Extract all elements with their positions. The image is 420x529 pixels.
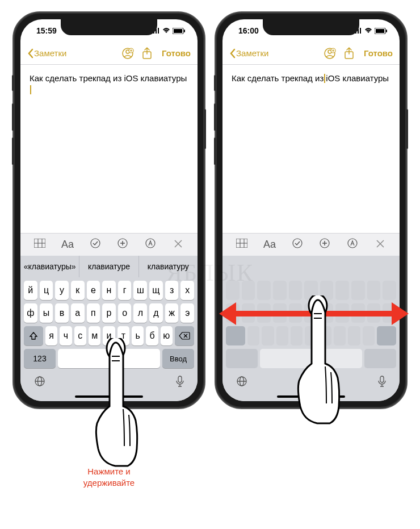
key-у[interactable]: у: [55, 281, 69, 300]
key-в[interactable]: в: [55, 303, 69, 323]
done-button[interactable]: Готово: [364, 48, 393, 58]
backspace-key-blank[interactable]: [377, 326, 396, 345]
checklist-icon[interactable]: [289, 238, 305, 251]
note-content[interactable]: Как сделать трекпад из iOS клавиатуры: [20, 65, 198, 233]
blank-key[interactable]: [320, 281, 334, 300]
enter-key[interactable]: Ввод: [162, 349, 194, 368]
blank-key[interactable]: [335, 281, 349, 300]
key-я[interactable]: я: [45, 326, 57, 345]
key-ы[interactable]: ы: [40, 303, 53, 323]
blank-key[interactable]: [291, 326, 303, 345]
blank-key[interactable]: [262, 326, 274, 345]
volume-up[interactable]: [12, 103, 14, 131]
add-icon[interactable]: [317, 238, 333, 251]
share-button[interactable]: [341, 45, 357, 61]
back-button[interactable]: Заметки: [27, 48, 66, 59]
enter-key-blank[interactable]: [364, 349, 396, 368]
note-content[interactable]: Как сделать трекпад изiOS клавиатуры: [222, 65, 400, 233]
key-ш[interactable]: ш: [133, 281, 147, 300]
space-key[interactable]: [58, 349, 160, 368]
volume-up[interactable]: [214, 103, 216, 131]
key-и[interactable]: и: [103, 326, 115, 345]
blank-key[interactable]: [304, 281, 318, 300]
key-к[interactable]: к: [71, 281, 85, 300]
blank-key[interactable]: [273, 281, 287, 300]
globe-icon[interactable]: [236, 376, 247, 389]
blank-key[interactable]: [383, 281, 396, 300]
checklist-icon[interactable]: [87, 238, 103, 251]
home-indicator[interactable]: [222, 392, 400, 401]
key-з[interactable]: з: [165, 281, 179, 300]
shift-key-blank[interactable]: [226, 326, 245, 345]
add-person-button[interactable]: [322, 45, 338, 61]
blank-key[interactable]: [305, 326, 317, 345]
suggestion-3[interactable]: клавиатуру: [139, 256, 198, 277]
blank-key[interactable]: [367, 281, 381, 300]
mic-icon[interactable]: [176, 376, 184, 389]
markup-icon[interactable]: [142, 238, 158, 251]
blank-key[interactable]: [289, 281, 303, 300]
blank-key[interactable]: [363, 326, 375, 345]
globe-icon[interactable]: [34, 376, 45, 389]
blank-key[interactable]: [257, 281, 271, 300]
blank-key[interactable]: [276, 326, 288, 345]
blank-key[interactable]: [351, 281, 365, 300]
table-icon[interactable]: [234, 239, 250, 251]
key-с[interactable]: с: [74, 326, 86, 345]
volume-down[interactable]: [214, 138, 216, 165]
key-п[interactable]: п: [87, 303, 100, 323]
mic-icon[interactable]: [378, 376, 386, 389]
blank-key[interactable]: [226, 281, 240, 300]
key-ж[interactable]: ж: [165, 303, 179, 323]
keyboard[interactable]: йцукенгшщзх фывапролджэ ячсмитьбю 123 Вв…: [20, 277, 198, 373]
home-indicator[interactable]: [20, 392, 198, 401]
key-э[interactable]: э: [180, 303, 194, 323]
back-button[interactable]: Заметки: [229, 48, 268, 59]
suggestion-1[interactable]: «клавиатуры»: [20, 256, 79, 277]
mute-switch[interactable]: [214, 75, 216, 91]
add-person-button[interactable]: [120, 45, 136, 61]
backspace-key[interactable]: [175, 326, 194, 345]
blank-key[interactable]: [334, 326, 346, 345]
share-button[interactable]: [139, 45, 155, 61]
key-й[interactable]: й: [24, 281, 37, 300]
volume-down[interactable]: [12, 138, 14, 165]
key-о[interactable]: о: [118, 303, 132, 323]
key-б[interactable]: б: [146, 326, 158, 345]
done-button[interactable]: Готово: [162, 48, 191, 58]
close-icon[interactable]: [170, 239, 186, 251]
key-щ[interactable]: щ: [149, 281, 163, 300]
key-т[interactable]: т: [117, 326, 129, 345]
key-л[interactable]: л: [133, 303, 147, 323]
blank-key[interactable]: [242, 281, 255, 300]
key-ф[interactable]: ф: [24, 303, 37, 323]
mute-switch[interactable]: [12, 75, 14, 91]
numeric-key[interactable]: 123: [24, 349, 56, 368]
close-icon[interactable]: [372, 239, 388, 251]
markup-icon[interactable]: [345, 238, 360, 251]
key-р[interactable]: р: [102, 303, 116, 323]
key-д[interactable]: д: [149, 303, 163, 323]
space-key-blank[interactable]: [260, 349, 362, 368]
keyboard-trackpad[interactable]: [222, 277, 400, 373]
power-button[interactable]: [406, 109, 408, 149]
power-button[interactable]: [204, 109, 206, 149]
text-format-button[interactable]: Aa: [262, 239, 278, 251]
blank-key[interactable]: [247, 326, 259, 345]
key-ч[interactable]: ч: [60, 326, 72, 345]
key-а[interactable]: а: [71, 303, 85, 323]
blank-key[interactable]: [348, 326, 360, 345]
key-м[interactable]: м: [89, 326, 100, 345]
key-ю[interactable]: ю: [161, 326, 173, 345]
key-ц[interactable]: ц: [40, 281, 53, 300]
shift-key[interactable]: [24, 326, 43, 345]
key-ь[interactable]: ь: [132, 326, 144, 345]
key-н[interactable]: н: [102, 281, 116, 300]
add-icon[interactable]: [115, 238, 131, 251]
numeric-key-blank[interactable]: [226, 349, 258, 368]
table-icon[interactable]: [32, 239, 48, 251]
blank-key[interactable]: [320, 326, 331, 345]
key-е[interactable]: е: [87, 281, 100, 300]
key-г[interactable]: г: [118, 281, 132, 300]
text-format-button[interactable]: Aa: [60, 239, 75, 251]
